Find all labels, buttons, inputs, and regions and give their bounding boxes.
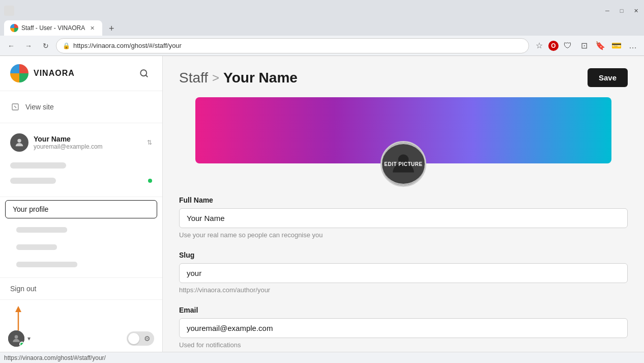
edit-picture-overlay: EDIT PICTURE xyxy=(382,144,425,184)
breadcrumb-staff: Staff xyxy=(179,70,208,86)
view-site-label: View site xyxy=(25,103,54,111)
slug-label: Slug xyxy=(179,251,628,259)
bookmark-icon[interactable]: 🔖 xyxy=(593,39,607,53)
breadcrumb-current: Your Name xyxy=(223,70,298,86)
new-tab-button[interactable]: + xyxy=(104,21,119,36)
email-label: Email xyxy=(179,306,628,314)
edit-picture-text: EDIT PICTURE xyxy=(384,161,422,167)
svg-line-3 xyxy=(14,106,16,108)
close-button[interactable]: ✕ xyxy=(632,7,640,15)
email-input[interactable] xyxy=(179,318,628,338)
profile-banner-area: EDIT PICTURE xyxy=(179,97,628,163)
signout-link[interactable]: Sign out xyxy=(10,285,36,293)
save-button[interactable]: Save xyxy=(588,68,628,87)
menu-icon[interactable]: … xyxy=(626,39,640,53)
full-name-input[interactable] xyxy=(179,208,628,228)
tab-title: Staff - User - VINAORA xyxy=(21,24,85,32)
sidebar-item-view-site[interactable]: View site xyxy=(0,97,162,117)
avatar-container[interactable]: EDIT PICTURE xyxy=(380,141,426,187)
gear-icon: ⚙ xyxy=(141,333,153,344)
blurred-staff-item-2[interactable] xyxy=(0,173,162,188)
submenu xyxy=(0,219,162,275)
signout-section: Sign out xyxy=(0,278,162,300)
address-bar[interactable]: 🔒 https://vinaora.com/ghost/#/staff/your xyxy=(56,38,529,53)
screen-icon[interactable]: ⊡ xyxy=(577,39,591,53)
back-button[interactable]: ← xyxy=(4,39,18,53)
user-info-row[interactable]: Your Name youremail@example.com ⇅ xyxy=(0,129,162,156)
shield-icon[interactable]: 🛡 xyxy=(561,39,575,53)
external-link-icon xyxy=(10,102,20,112)
blurred-submenu-2 xyxy=(16,244,57,250)
logo-area: VINAORA xyxy=(10,64,75,82)
search-button[interactable] xyxy=(136,65,152,81)
url-text: https://vinaora.com/ghost/#/staff/your xyxy=(73,42,182,49)
star-icon[interactable]: ☆ xyxy=(532,39,546,53)
blurred-staff-items xyxy=(0,156,162,190)
minimize-button[interactable]: ─ xyxy=(603,7,611,15)
avatar-circle: EDIT PICTURE xyxy=(380,141,426,187)
your-profile-item[interactable]: Your profile xyxy=(5,200,157,218)
sidebar-nav: View site xyxy=(0,91,162,123)
submenu-item-2[interactable] xyxy=(0,239,162,256)
logo-text: VINAORA xyxy=(34,69,75,78)
user-details: Your Name youremail@example.com xyxy=(34,135,142,150)
email-hint: Used for notifications xyxy=(179,341,628,349)
blurred-name-1 xyxy=(10,162,66,169)
browser-chrome: ─ □ ✕ Staff - User - VINAORA ✕ + ← → ↻ 🔒… xyxy=(0,0,644,56)
opera-icon[interactable]: O xyxy=(548,41,559,51)
svg-line-1 xyxy=(145,75,147,76)
email-group: Email Used for notifications xyxy=(179,306,628,349)
profile-form: Full Name Use your real name so people c… xyxy=(163,163,644,352)
slug-input[interactable] xyxy=(179,263,628,283)
browser-app-icon xyxy=(4,6,14,16)
footer-avatar xyxy=(8,330,24,347)
main-content: Staff > Your Name Save EDIT PICTURE xyxy=(163,56,644,352)
svg-marker-6 xyxy=(15,306,21,312)
main-header: Staff > Your Name Save xyxy=(163,56,644,97)
blurred-submenu-1 xyxy=(16,227,67,233)
user-avatar xyxy=(10,133,28,152)
footer-online-dot xyxy=(19,342,24,347)
sidebar: VINAORA View site Your Name your xyxy=(0,56,163,352)
blurred-submenu-3 xyxy=(16,262,77,267)
active-tab[interactable]: Staff - User - VINAORA ✕ xyxy=(4,20,102,36)
full-name-group: Full Name Use your real name so people c… xyxy=(179,196,628,239)
ssl-lock-icon: 🔒 xyxy=(63,42,70,49)
blurred-staff-item-1[interactable] xyxy=(0,158,162,173)
online-status-dot xyxy=(148,179,152,183)
toggle-knob xyxy=(128,333,139,344)
wallet-icon[interactable]: 💳 xyxy=(609,39,624,53)
user-sort-icon: ⇅ xyxy=(147,139,152,146)
statusbar: https://vinaora.com/ghost/#/staff/your/ xyxy=(0,352,644,363)
blurred-name-2 xyxy=(10,178,56,184)
statusbar-url: https://vinaora.com/ghost/#/staff/your/ xyxy=(4,354,106,361)
user-email: youremail@example.com xyxy=(34,143,142,150)
svg-point-7 xyxy=(15,335,18,339)
breadcrumb-separator: > xyxy=(212,71,219,85)
sidebar-header: VINAORA xyxy=(0,56,162,91)
refresh-button[interactable]: ↻ xyxy=(39,39,53,53)
footer-user[interactable]: ▾ xyxy=(8,330,31,347)
sidebar-footer: ▾ ⚙ xyxy=(0,325,162,352)
maximize-button[interactable]: □ xyxy=(618,7,626,15)
user-section: Your Name youremail@example.com ⇅ xyxy=(0,123,162,197)
breadcrumb: Staff > Your Name xyxy=(179,70,298,86)
submenu-item-3[interactable] xyxy=(0,256,162,273)
forward-button[interactable]: → xyxy=(21,39,36,53)
menu-section: Your profile xyxy=(0,197,162,278)
full-name-label: Full Name xyxy=(179,196,628,204)
slug-group: Slug https://vinaora.com/author/your xyxy=(179,251,628,294)
footer-chevron-icon: ▾ xyxy=(27,335,31,342)
logo-icon xyxy=(10,64,28,82)
full-name-hint: Use your real name so people can recogni… xyxy=(179,231,628,239)
user-name: Your Name xyxy=(34,135,142,143)
app-container: VINAORA View site Your Name your xyxy=(0,56,644,352)
slug-hint: https://vinaora.com/author/your xyxy=(179,286,628,294)
tab-favicon xyxy=(10,24,18,32)
svg-point-4 xyxy=(17,139,21,143)
tab-close-button[interactable]: ✕ xyxy=(88,24,96,32)
up-arrow-indicator xyxy=(13,305,23,332)
theme-toggle[interactable]: ⚙ xyxy=(127,331,154,346)
submenu-item-1[interactable] xyxy=(0,221,162,239)
